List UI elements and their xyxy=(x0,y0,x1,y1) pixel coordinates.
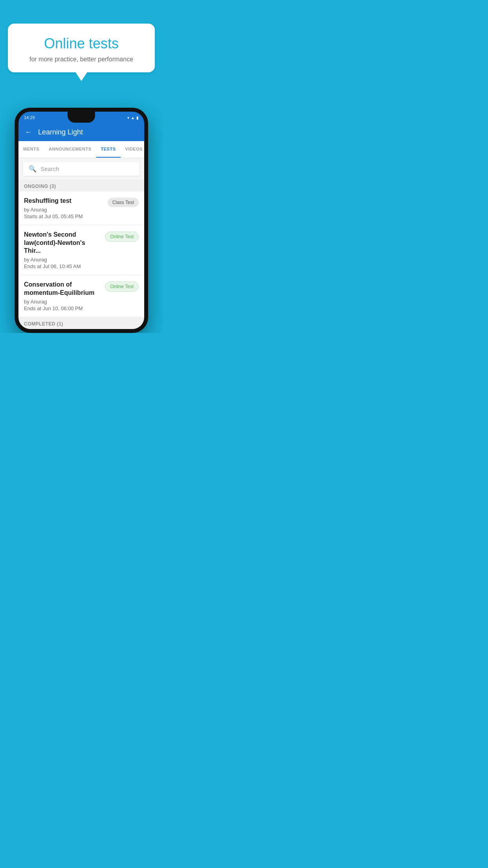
app-title: Learning Light xyxy=(38,128,83,136)
test-time: Starts at Jul 05, 05:45 PM xyxy=(24,213,104,219)
test-time: Ends at Jul 06, 10:45 AM xyxy=(24,263,101,269)
test-badge: Online Test xyxy=(105,232,139,242)
status-icons: ▾ ▲ ▮ xyxy=(127,116,139,120)
test-info: Reshuffling test by Anurag Starts at Jul… xyxy=(24,197,104,219)
top-section: Online tests for more practice, better p… xyxy=(0,0,163,84)
status-bar: 14:29 ▾ ▲ ▮ xyxy=(18,112,144,123)
test-info: Conservation of momentum-Equilibrium by … xyxy=(24,281,101,311)
tab-tests[interactable]: TESTS xyxy=(96,141,121,158)
search-box[interactable]: 🔍 Search xyxy=(23,162,139,176)
test-badge: Class Test xyxy=(108,198,139,207)
tab-ments[interactable]: MENTS xyxy=(18,141,44,158)
search-icon: 🔍 xyxy=(29,165,37,173)
test-item[interactable]: Conservation of momentum-Equilibrium by … xyxy=(18,275,144,317)
tab-videos[interactable]: VIDEOS xyxy=(121,141,144,158)
phone-container: 14:29 ▾ ▲ ▮ ← Learning Light MENTS ANNOU… xyxy=(0,108,163,333)
bubble-title: Online tests xyxy=(20,35,143,52)
signal-icon: ▲ xyxy=(131,116,135,120)
test-badge: Online Test xyxy=(105,281,139,292)
test-info: Newton's Second law(contd)-Newton's Thir… xyxy=(24,231,101,269)
test-name: Conservation of momentum-Equilibrium xyxy=(24,281,101,297)
battery-icon: ▮ xyxy=(136,116,139,120)
search-placeholder: Search xyxy=(40,166,59,172)
phone-mockup: 14:29 ▾ ▲ ▮ ← Learning Light MENTS ANNOU… xyxy=(15,108,148,333)
tabs-bar: MENTS ANNOUNCEMENTS TESTS VIDEOS xyxy=(18,141,144,158)
bubble-subtitle: for more practice, better performance xyxy=(20,56,143,63)
test-item[interactable]: Newton's Second law(contd)-Newton's Thir… xyxy=(18,225,144,275)
app-header: ← Learning Light xyxy=(18,123,144,141)
test-item[interactable]: Reshuffling test by Anurag Starts at Jul… xyxy=(18,191,144,225)
search-container: 🔍 Search xyxy=(18,158,144,180)
ongoing-section-header: ONGOING (3) xyxy=(18,180,144,191)
status-time: 14:29 xyxy=(24,115,35,120)
test-name: Reshuffling test xyxy=(24,197,104,205)
test-by: by Anurag xyxy=(24,299,101,305)
back-button[interactable]: ← xyxy=(25,128,32,136)
test-by: by Anurag xyxy=(24,257,101,263)
speech-bubble: Online tests for more practice, better p… xyxy=(8,24,155,72)
wifi-icon: ▾ xyxy=(127,116,129,120)
content-area: ONGOING (3) Reshuffling test by Anurag S… xyxy=(18,180,144,329)
test-by: by Anurag xyxy=(24,207,104,213)
tab-announcements[interactable]: ANNOUNCEMENTS xyxy=(44,141,96,158)
test-name: Newton's Second law(contd)-Newton's Thir… xyxy=(24,231,101,255)
test-time: Ends at Jun 10, 06:00 PM xyxy=(24,305,101,311)
completed-section-header: COMPLETED (1) xyxy=(18,317,144,329)
